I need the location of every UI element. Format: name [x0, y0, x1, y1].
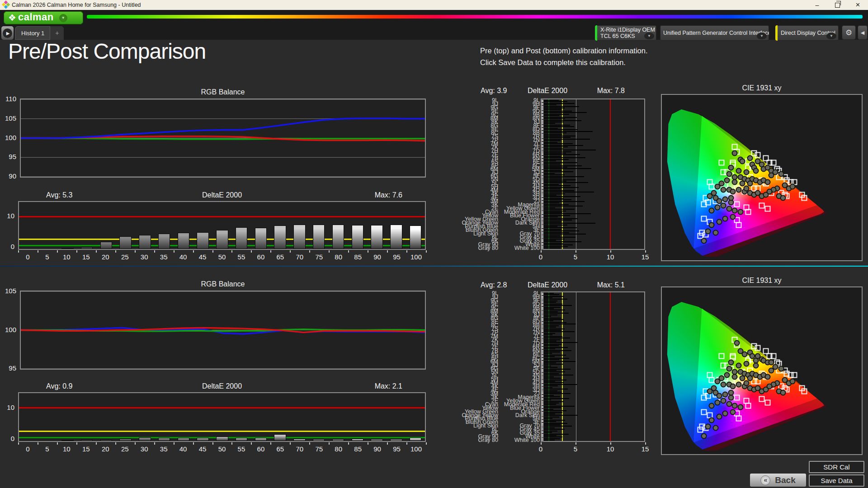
x-tick-label: 65 — [277, 445, 284, 453]
meter-dropdown[interactable]: X-Rite i1Display OEM TCL 65 C6KS ▼ — [595, 25, 656, 41]
deltae-bar — [293, 225, 306, 249]
restore-button[interactable] — [827, 0, 848, 10]
row-tick — [542, 227, 543, 228]
cie-post-title: CIE 1931 xy — [661, 277, 863, 286]
row-tick — [542, 305, 543, 306]
measurement-bar — [544, 316, 551, 317]
row-tick — [542, 159, 543, 160]
x-tick — [270, 250, 271, 253]
row-tick — [542, 174, 543, 175]
row-tick — [542, 345, 543, 346]
back-button[interactable]: « Back — [750, 474, 806, 487]
y-tick-label: 110 — [5, 95, 16, 103]
calman-menu-button[interactable]: ❖ calman ▼ — [4, 11, 83, 24]
row-tick — [542, 409, 543, 410]
row-tick — [542, 129, 543, 130]
measurement-bar — [544, 106, 579, 107]
row-tick — [542, 202, 543, 203]
measured-point — [726, 366, 732, 371]
save-data-button[interactable]: Save Data — [809, 474, 864, 487]
measured-point — [741, 352, 747, 357]
measured-point — [730, 409, 736, 415]
chevron-down-icon[interactable]: ▼ — [826, 33, 836, 39]
measurement-bar — [544, 341, 557, 342]
x-tick-label: 40 — [179, 253, 187, 261]
measurement-bar — [544, 182, 588, 183]
row-tick — [542, 324, 543, 324]
row-tick — [542, 212, 543, 213]
measured-point — [732, 150, 738, 156]
row-tick — [542, 318, 543, 319]
measurement-bar — [544, 296, 564, 297]
row-tick — [542, 220, 543, 221]
x-tick-label: 20 — [102, 253, 109, 261]
row-tick — [542, 225, 543, 225]
cc_pre-xaxis: 051015 — [541, 250, 645, 261]
measurement-bar — [544, 401, 564, 402]
nav-forward-button[interactable]: ▶ — [1, 26, 14, 40]
measurement-bar — [544, 378, 561, 379]
add-tab-button[interactable]: + — [50, 26, 64, 40]
row-tick — [542, 384, 543, 385]
collapse-toolbar-button[interactable]: ◀ — [858, 25, 868, 40]
measurement-bar — [544, 293, 554, 294]
settings-button[interactable]: ⚙ — [842, 25, 856, 40]
row-tick — [542, 237, 543, 238]
colorchecker-post-header: DeltaE 2000 Avg: 2.8 Max: 5.1 — [470, 281, 625, 291]
minimize-button[interactable]: – — [807, 0, 827, 10]
row-tick — [542, 199, 543, 200]
display-control-dropdown[interactable]: Direct Display Control ▼ — [775, 25, 839, 41]
rgb-balance-pre-title: RGB Balance — [20, 88, 426, 98]
row-tick — [542, 336, 543, 337]
deltae-bar — [410, 225, 422, 249]
x-tick-label: 15 — [642, 445, 649, 453]
measurement-bar — [544, 216, 558, 217]
collapse-icon: ◀ — [861, 30, 864, 36]
target-point — [770, 160, 776, 166]
measurement-bar — [544, 415, 578, 416]
close-button[interactable]: × — [848, 0, 868, 10]
x-tick — [610, 442, 611, 445]
x-tick — [368, 250, 368, 253]
measured-point — [726, 401, 732, 407]
row-tick — [542, 339, 543, 340]
target-point — [764, 399, 770, 405]
y-tick-label: 10 — [7, 403, 14, 411]
deltae-post-max: Max: 2.1 — [375, 382, 402, 390]
row-tick — [542, 118, 543, 119]
row-tick — [542, 216, 543, 217]
save-data-label: Save Data — [821, 477, 852, 484]
measurement-bar — [544, 369, 571, 370]
row-tick — [542, 423, 543, 424]
row-tick — [542, 413, 543, 414]
cie-post-diagram — [661, 286, 863, 455]
row-tick — [542, 334, 543, 335]
target-point — [759, 396, 765, 402]
pattern-generator-dropdown[interactable]: Unified Pattern Generator Control Interf… — [660, 25, 769, 41]
reference-line — [576, 292, 576, 441]
row-tick — [542, 187, 543, 188]
x-tick-label: 15 — [642, 253, 649, 261]
x-tick — [576, 250, 576, 253]
target-point — [764, 206, 770, 212]
row-tick — [542, 226, 543, 227]
sdr-cal-button[interactable]: SDR Cal — [809, 461, 864, 473]
measurement-bar — [544, 241, 581, 242]
row-tick — [542, 320, 543, 321]
target-point — [718, 353, 724, 359]
measurement-bar — [544, 185, 571, 186]
tab-history-1[interactable]: History 1 + — [15, 26, 64, 40]
row-tick — [542, 338, 543, 338]
measured-point — [707, 388, 712, 394]
chevron-down-icon[interactable]: ▼ — [644, 33, 654, 39]
row-tick — [542, 302, 543, 303]
x-tick-label: 90 — [373, 253, 381, 261]
row-tick — [542, 355, 543, 356]
measurement-bar — [544, 246, 568, 247]
row-tick — [542, 424, 543, 425]
chevron-down-icon[interactable]: ▼ — [757, 33, 767, 39]
measured-point — [726, 171, 732, 177]
measurement-bar — [544, 140, 561, 141]
measured-point — [724, 178, 730, 183]
measurement-bar — [544, 311, 558, 312]
